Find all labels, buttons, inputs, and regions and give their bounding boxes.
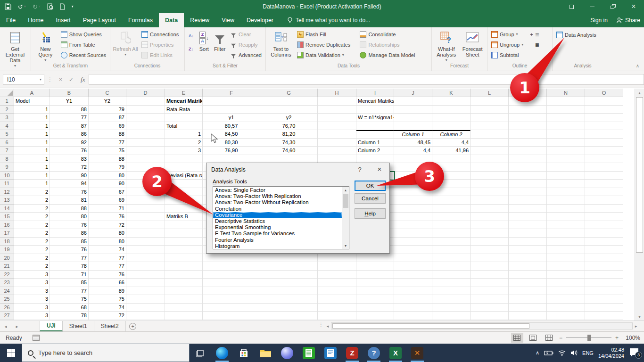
sort-descending-button[interactable]: Z↓ [187, 44, 196, 54]
cell-A10[interactable]: 1 [14, 172, 50, 180]
cell-I20[interactable] [356, 254, 394, 263]
cell-B12[interactable]: 76 [50, 188, 89, 197]
cell-A24[interactable]: 3 [14, 287, 50, 296]
ungroup-button[interactable]: Ungroup▾ [489, 40, 525, 50]
cell-G24[interactable] [260, 287, 318, 296]
cell-F27[interactable] [203, 312, 260, 320]
cell-D9[interactable] [126, 163, 165, 172]
cell-M27[interactable] [509, 312, 547, 320]
cell-J23[interactable] [394, 279, 432, 287]
cell-O14[interactable] [585, 205, 623, 213]
battery-icon[interactable] [544, 350, 553, 356]
cell-C14[interactable]: 71 [89, 205, 126, 213]
cell-C18[interactable]: 80 [89, 238, 126, 246]
analysis-tool-item-fourier-analysis[interactable]: Fourier Analysis [213, 237, 342, 243]
cell-O20[interactable] [585, 254, 623, 263]
dialog-close-icon[interactable]: × [372, 165, 387, 173]
restore-icon[interactable] [603, 0, 623, 13]
col-header-E[interactable]: E [165, 89, 203, 97]
cell-K11[interactable] [432, 180, 471, 188]
cell-E21[interactable] [165, 262, 203, 271]
from-table-button[interactable]: From Table [59, 40, 108, 50]
analysis-tool-item-exponential-smoothing[interactable]: Exponential Smoothing [213, 224, 342, 230]
tab-page-layout[interactable]: Page Layout [77, 13, 122, 27]
cell-A3[interactable]: 1 [14, 114, 50, 122]
cell-N4[interactable] [547, 122, 585, 131]
edge-icon[interactable] [211, 344, 233, 362]
cell-H27[interactable] [318, 312, 356, 320]
cell-A13[interactable]: 2 [14, 196, 50, 205]
cell-C4[interactable]: 69 [89, 122, 126, 131]
cell-H22[interactable] [318, 271, 356, 279]
cell-N23[interactable] [547, 279, 585, 287]
horizontal-scrollbar-thumb[interactable] [332, 323, 529, 329]
cell-A6[interactable]: 1 [14, 139, 50, 147]
cell-E22[interactable] [165, 271, 203, 279]
cell-N26[interactable] [547, 304, 585, 312]
cell-M26[interactable] [509, 304, 547, 312]
cell-D10[interactable] [126, 172, 165, 180]
cell-K7[interactable]: 41,96 [432, 147, 471, 155]
cell-C12[interactable]: 67 [89, 188, 126, 197]
edit-links-button[interactable]: Edit Links [140, 50, 181, 60]
cell-A21[interactable]: 2 [14, 262, 50, 271]
cell-E8[interactable] [165, 155, 203, 164]
cell-A2[interactable]: 1 [14, 106, 50, 114]
cell-J24[interactable] [394, 287, 432, 296]
cell-K4[interactable] [432, 122, 471, 131]
cell-F25[interactable] [203, 295, 260, 304]
cell-F22[interactable] [203, 271, 260, 279]
text-to-columns-button[interactable]: Text to Columns [268, 29, 294, 60]
cell-K16[interactable] [432, 221, 471, 230]
cell-D24[interactable] [126, 287, 165, 296]
insert-function-icon[interactable]: fx [81, 76, 85, 83]
cell-E23[interactable] [165, 279, 203, 287]
forecast-sheet-button[interactable]: Forecast Sheet [460, 29, 486, 60]
cell-B15[interactable]: 80 [50, 213, 89, 221]
cell-O27[interactable] [585, 312, 623, 320]
cell-E13[interactable] [165, 196, 203, 205]
cell-J27[interactable] [394, 312, 432, 320]
sheet-tab-sheet1[interactable]: Sheet1 [63, 321, 94, 331]
cell-F5[interactable]: 84,50 [203, 130, 260, 139]
cell-C15[interactable]: 76 [89, 213, 126, 221]
cell-E9[interactable] [165, 163, 203, 172]
cell-K3[interactable] [432, 114, 471, 122]
cell-J19[interactable] [394, 246, 432, 254]
cell-J20[interactable] [394, 254, 432, 263]
cell-M23[interactable] [509, 279, 547, 287]
cell-O24[interactable] [585, 287, 623, 296]
what-if-analysis-button[interactable]: ? What-If Analysis▾ [434, 29, 459, 63]
cell-L25[interactable] [471, 295, 509, 304]
cell-K19[interactable] [432, 246, 471, 254]
cell-N13[interactable] [547, 196, 585, 205]
cell-M13[interactable] [509, 196, 547, 205]
row-header-1[interactable]: 1 [0, 97, 14, 106]
cell-N25[interactable] [547, 295, 585, 304]
cell-B20[interactable]: 77 [50, 254, 89, 263]
cell-M3[interactable] [509, 114, 547, 122]
cell-O18[interactable] [585, 238, 623, 246]
scroll-up-icon[interactable]: ▴ [635, 89, 644, 97]
row-header-16[interactable]: 16 [0, 221, 14, 230]
cell-B2[interactable]: 88 [50, 106, 89, 114]
cell-C22[interactable]: 76 [89, 271, 126, 279]
analysis-tool-item-covariance[interactable]: Covariance [213, 212, 342, 218]
cell-M25[interactable] [509, 295, 547, 304]
cell-K10[interactable] [432, 172, 471, 180]
cell-D7[interactable] [126, 147, 165, 155]
cell-K26[interactable] [432, 304, 471, 312]
cell-A5[interactable]: 1 [14, 130, 50, 139]
cell-A11[interactable]: 1 [14, 180, 50, 188]
cell-E15[interactable]: Matriks B [165, 213, 203, 221]
cell-M1[interactable] [509, 97, 547, 106]
filter-button[interactable]: Filter [213, 29, 228, 60]
cell-O15[interactable] [585, 213, 623, 221]
row-header-27[interactable]: 27 [0, 312, 14, 320]
cell-G27[interactable] [260, 312, 318, 320]
cell-C9[interactable]: 79 [89, 163, 126, 172]
row-header-23[interactable]: 23 [0, 279, 14, 287]
new-query-button[interactable]: New Query▾ [33, 29, 58, 63]
cell-C21[interactable]: 77 [89, 262, 126, 271]
cell-K9[interactable] [432, 163, 471, 172]
